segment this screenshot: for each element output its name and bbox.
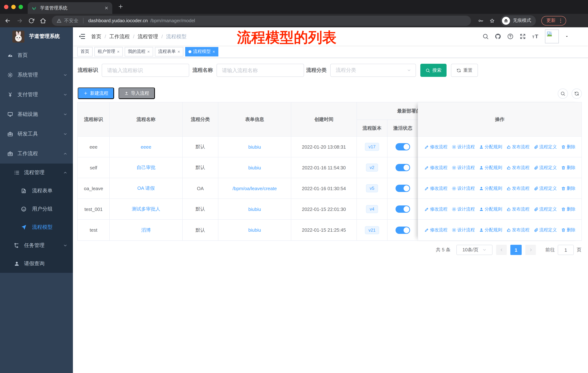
window-close-button[interactable] (4, 5, 8, 9)
action-publish[interactable]: 发布流程 (506, 206, 529, 212)
form-link[interactable]: biubiu (248, 165, 261, 170)
action-definition[interactable]: 流程定义 (534, 144, 557, 150)
action-publish[interactable]: 发布流程 (506, 144, 529, 150)
reset-button[interactable]: 重置 (451, 64, 478, 77)
browser-update-button[interactable]: 更新 (541, 16, 566, 25)
action-delete[interactable]: 删除 (561, 164, 575, 171)
active-toggle[interactable] (396, 226, 410, 234)
breadcrumb-process-manage[interactable]: 流程管理 (138, 33, 158, 40)
breadcrumb-workflow[interactable]: 工作流程 (109, 33, 130, 40)
active-toggle[interactable] (396, 185, 410, 192)
sidebar-item-system[interactable]: 系统管理 (0, 65, 73, 85)
category-select[interactable]: 流程分类 (330, 64, 416, 77)
action-assign-rule[interactable]: 分配规则 (479, 164, 502, 171)
forward-icon[interactable] (16, 17, 23, 24)
process-name-link[interactable]: 自己审批 (136, 164, 156, 171)
action-delete[interactable]: 删除 (561, 227, 575, 233)
action-publish[interactable]: 发布流程 (506, 164, 529, 171)
avatar-caret-icon[interactable] (565, 34, 569, 39)
sidebar-item-process-manage[interactable]: 流程管理 (0, 163, 73, 182)
tag-home[interactable]: 首页 (77, 47, 93, 56)
form-link[interactable]: biubiu (248, 227, 261, 233)
action-delete[interactable]: 删除 (561, 206, 575, 212)
action-modify[interactable]: 修改流程 (424, 227, 447, 233)
active-toggle[interactable] (396, 143, 410, 151)
action-design[interactable]: 设计流程 (452, 144, 475, 150)
form-link[interactable]: /bpm/oa/leave/create (232, 186, 277, 191)
active-toggle[interactable] (396, 164, 410, 171)
action-definition[interactable]: 流程定义 (534, 206, 557, 212)
sidebar-item-user-group[interactable]: 用户分组 (0, 200, 73, 218)
action-modify[interactable]: 修改流程 (424, 164, 447, 171)
action-assign-rule[interactable]: 分配规则 (479, 227, 502, 233)
action-definition[interactable]: 流程定义 (534, 185, 557, 192)
refresh-table-button[interactable] (572, 89, 582, 99)
action-design[interactable]: 设计流程 (452, 164, 475, 171)
key-icon[interactable] (478, 18, 484, 23)
current-page[interactable]: 1 (510, 245, 522, 255)
prev-page-button[interactable] (496, 245, 507, 255)
process-name-link[interactable]: 测试多审批人 (132, 206, 160, 212)
bookmark-star-icon[interactable] (489, 18, 495, 23)
sidebar-item-workflow[interactable]: 工作流程 (0, 144, 73, 163)
search-button[interactable]: 搜索 (420, 64, 447, 77)
github-icon[interactable] (495, 33, 501, 40)
action-definition[interactable]: 流程定义 (534, 164, 557, 171)
tag-close-icon[interactable]: × (117, 49, 120, 54)
goto-page-input[interactable] (558, 245, 574, 255)
reload-icon[interactable] (28, 18, 34, 23)
search-icon[interactable] (482, 33, 489, 40)
sidebar-item-process-model[interactable]: 流程模型 (0, 218, 73, 236)
action-modify[interactable]: 修改流程 (424, 206, 447, 212)
browser-menu-kebab-icon[interactable] (558, 18, 564, 23)
action-assign-rule[interactable]: 分配规则 (479, 206, 502, 212)
fullscreen-icon[interactable] (519, 33, 526, 40)
browser-tab[interactable]: 芋道管理系统 (28, 2, 112, 14)
tag-close-icon[interactable]: × (147, 49, 150, 54)
breadcrumb-home[interactable]: 首页 (91, 33, 101, 40)
action-assign-rule[interactable]: 分配规则 (479, 185, 502, 192)
process-name-link[interactable]: eeee (141, 144, 151, 150)
window-minimize-button[interactable] (11, 5, 16, 9)
sidebar-item-task-manage[interactable]: 任务管理 (0, 236, 73, 255)
action-assign-rule[interactable]: 分配规则 (479, 144, 502, 150)
avatar[interactable] (545, 30, 559, 43)
tag-close-icon[interactable]: × (178, 49, 180, 54)
sidebar-item-devtools[interactable]: 研发工具 (0, 124, 73, 144)
action-delete[interactable]: 删除 (561, 185, 575, 192)
action-modify[interactable]: 修改流程 (424, 144, 447, 150)
tag-my-process[interactable]: 我的流程× (125, 47, 153, 56)
active-toggle[interactable] (396, 205, 410, 213)
action-design[interactable]: 设计流程 (452, 185, 475, 192)
action-modify[interactable]: 修改流程 (424, 185, 447, 192)
font-size-icon[interactable] (532, 33, 539, 40)
next-page-button[interactable] (525, 245, 536, 255)
action-definition[interactable]: 流程定义 (534, 227, 557, 233)
action-design[interactable]: 设计流程 (452, 206, 475, 212)
process-key-input[interactable] (102, 64, 189, 77)
tab-close-icon[interactable] (104, 6, 109, 10)
page-size-select[interactable]: 10条/页 (456, 245, 493, 255)
help-icon[interactable] (507, 33, 514, 40)
tag-tenant[interactable]: 租户管理× (94, 47, 123, 56)
form-link[interactable]: biubiu (248, 206, 261, 212)
sidebar-item-infra[interactable]: 基础设施 (0, 105, 73, 124)
create-process-button[interactable]: 新建流程 (78, 87, 114, 99)
action-delete[interactable]: 删除 (561, 144, 575, 150)
action-design[interactable]: 设计流程 (452, 227, 475, 233)
import-process-button[interactable]: 导入流程 (118, 87, 155, 99)
tag-close-icon[interactable]: × (212, 49, 215, 54)
form-link[interactable]: biubiu (248, 144, 261, 150)
process-name-link[interactable]: 滔博 (141, 227, 151, 233)
home-icon[interactable] (40, 17, 46, 24)
tag-process-form[interactable]: 流程表单× (155, 47, 183, 56)
sidebar-item-leave-query[interactable]: 请假查询 (0, 255, 73, 273)
action-publish[interactable]: 发布流程 (506, 185, 529, 192)
process-name-link[interactable]: OA 请假 (137, 185, 155, 192)
new-tab-button[interactable] (118, 4, 124, 10)
sidebar-fold-icon[interactable] (78, 33, 86, 40)
sidebar-item-process-form[interactable]: 流程表单 (0, 182, 73, 200)
address-bar[interactable]: 不安全 dashboard.yudao.iocoder.cn/bpm/manag… (52, 15, 471, 26)
sidebar-item-pay[interactable]: 支付管理 (0, 85, 73, 105)
sidebar-item-home[interactable]: 首页 (0, 46, 73, 65)
